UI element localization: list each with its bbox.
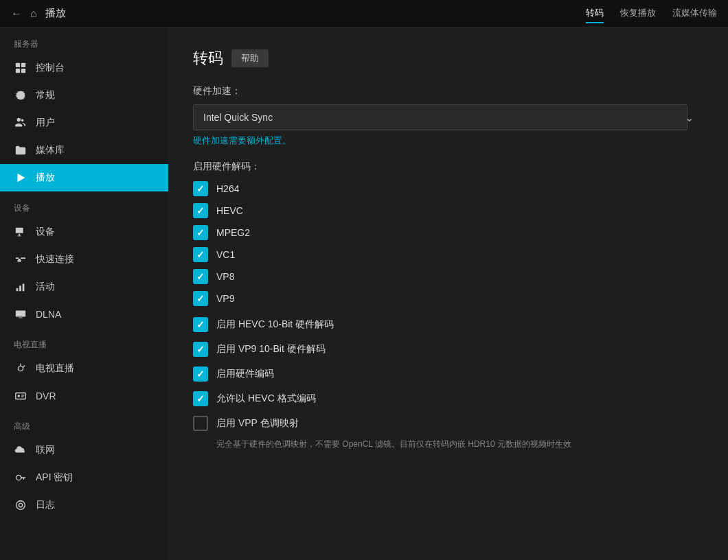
sidebar-item-users[interactable]: 用户: [0, 109, 168, 137]
extra-checkbox-row-hwencode[interactable]: ✓启用硬件编码: [193, 366, 703, 382]
vpp-note: 完全基于硬件的色调映射，不需要 OpenCL 滤镜。目前仅在转码内嵌 HDR10…: [216, 438, 703, 450]
checkbox-row-vp9[interactable]: ✓VP9: [193, 291, 703, 306]
checkbox-label-vc1: VC1: [216, 249, 235, 260]
extra-checkbox-label-vpp: 启用 VPP 色调映射: [216, 417, 299, 430]
svg-rect-5: [16, 228, 23, 233]
sidebar-item-quickconnect[interactable]: 快速连接: [0, 246, 168, 273]
checkbox-label-vp9: VP9: [216, 293, 234, 304]
sidebar: 服务器控制台常规用户媒体库播放设备设备快速连接活动DLNA电视直播电视直播DVR…: [0, 27, 168, 560]
checkbox-row-mpeg2[interactable]: ✓MPEG2: [193, 225, 703, 240]
checkbox-row-h264[interactable]: ✓H264: [193, 181, 703, 196]
sidebar-item-label-console: 控制台: [36, 62, 65, 74]
checkmark-icon: ✓: [196, 249, 205, 260]
sidebar-item-label-library: 媒体库: [36, 144, 65, 156]
sidebar-item-label-activity: 活动: [36, 281, 55, 293]
extra-checkboxes: ✓启用 HEVC 10-Bit 硬件解码✓启用 VP9 10-Bit 硬件解码✓…: [193, 317, 703, 450]
sidebar-item-activity[interactable]: 活动: [0, 273, 168, 301]
sidebar-item-dlna[interactable]: DLNA: [0, 301, 168, 328]
main-layout: 服务器控制台常规用户媒体库播放设备设备快速连接活动DLNA电视直播电视直播DVR…: [0, 27, 728, 560]
checkbox-label-h264: H264: [216, 183, 239, 194]
sidebar-item-devices[interactable]: 设备: [0, 218, 168, 246]
sidebar-section-label: 电视直播: [0, 328, 168, 355]
svg-rect-8: [16, 288, 19, 292]
checkmark-icon: ✓: [196, 227, 205, 238]
hw-accel-note[interactable]: 硬件加速需要额外配置。: [193, 135, 703, 147]
checkbox-vc1[interactable]: ✓: [193, 247, 208, 262]
sidebar-item-library[interactable]: 媒体库: [0, 137, 168, 164]
sidebar-item-dvr[interactable]: DVR: [0, 382, 168, 410]
svg-point-13: [18, 366, 23, 371]
extra-checkbox-row-hevcencode[interactable]: ✓允许以 HEVC 格式编码: [193, 391, 703, 406]
dlna-icon: [14, 307, 27, 321]
checkmark-icon: ✓: [196, 271, 205, 282]
svg-point-17: [18, 395, 21, 397]
home-icon[interactable]: ⌂: [30, 8, 37, 20]
users-icon: [14, 116, 27, 130]
help-button[interactable]: 帮助: [231, 49, 269, 67]
checkmark-icon: ✓: [196, 183, 205, 194]
sidebar-item-label-dvr: DVR: [36, 390, 56, 401]
checkmark-icon: ✓: [196, 293, 205, 304]
hw-accel-label: 硬件加速：: [193, 85, 703, 97]
sidebar-item-console[interactable]: 控制台: [0, 54, 168, 82]
header-nav-恢复播放[interactable]: 恢复播放: [620, 4, 656, 23]
checkbox-hevc[interactable]: ✓: [193, 203, 208, 218]
svg-rect-11: [16, 311, 25, 317]
page-header: 转码 帮助: [193, 48, 703, 69]
svg-rect-0: [16, 63, 20, 67]
sidebar-item-networking[interactable]: 联网: [0, 436, 168, 464]
checkmark-icon: ✓: [196, 369, 205, 380]
hw-decode-checkboxes: ✓H264✓HEVC✓MPEG2✓VC1✓VP8✓VP9: [193, 181, 703, 306]
page-title: 转码: [193, 48, 223, 69]
cog-icon: [14, 498, 27, 512]
svg-rect-1: [21, 63, 25, 67]
extra-checkbox-row-vp910bit[interactable]: ✓启用 VP9 10-Bit 硬件解码: [193, 342, 703, 357]
checkmark-icon: ✓: [196, 344, 205, 355]
checkbox-vp9[interactable]: ✓: [193, 291, 208, 306]
sidebar-item-apikey[interactable]: API 密钥: [0, 464, 168, 491]
extra-checkbox-label-hwencode: 启用硬件编码: [216, 368, 274, 380]
folder-icon: [14, 143, 27, 157]
sidebar-item-label-users: 用户: [36, 117, 55, 129]
checkbox-vp910bit[interactable]: ✓: [193, 342, 208, 357]
extra-checkbox-label-vp910bit: 启用 VP9 10-Bit 硬件解码: [216, 343, 326, 355]
sidebar-section-label: 高级: [0, 410, 168, 436]
svg-marker-4: [18, 174, 25, 183]
checkbox-label-vp8: VP8: [216, 271, 234, 282]
extra-checkbox-row-hevc10bit[interactable]: ✓启用 HEVC 10-Bit 硬件解码: [193, 317, 703, 332]
checkbox-hevcencode[interactable]: ✓: [193, 391, 208, 406]
checkbox-vp8[interactable]: ✓: [193, 269, 208, 284]
sidebar-item-label-quickconnect: 快速连接: [36, 253, 74, 266]
checkbox-row-hevc[interactable]: ✓HEVC: [193, 203, 703, 218]
content-area: 转码 帮助 硬件加速： Intel Quick SyncNoneNVENCVAA…: [168, 27, 728, 560]
cloud-icon: [14, 443, 27, 457]
header-title: 播放: [45, 7, 66, 20]
checkmark-icon: ✓: [196, 393, 205, 404]
link-icon: [14, 253, 27, 266]
sidebar-item-playback[interactable]: 播放: [0, 164, 168, 191]
checkbox-hevc10bit[interactable]: ✓: [193, 317, 208, 332]
checkbox-hwencode[interactable]: ✓: [193, 366, 208, 382]
svg-line-15: [23, 366, 25, 368]
checkbox-row-vp8[interactable]: ✓VP8: [193, 269, 703, 284]
play-icon: [14, 171, 27, 185]
sidebar-item-logs[interactable]: 日志: [0, 491, 168, 519]
monitor-icon: [14, 225, 27, 239]
checkmark-icon: ✓: [196, 319, 205, 330]
sidebar-item-livetv[interactable]: 电视直播: [0, 355, 168, 382]
checkbox-vpp[interactable]: [193, 416, 208, 431]
extra-checkbox-row-vpp[interactable]: 启用 VPP 色调映射完全基于硬件的色调映射，不需要 OpenCL 滤镜。目前仅…: [193, 416, 703, 450]
chart-icon: [14, 280, 27, 294]
checkmark-icon: ✓: [196, 205, 205, 216]
checkbox-row-vc1[interactable]: ✓VC1: [193, 247, 703, 262]
header-nav-流媒体传输[interactable]: 流媒体传输: [672, 4, 717, 23]
header-left: ← ⌂ 播放: [11, 7, 586, 20]
extra-checkbox-label-hevcencode: 允许以 HEVC 格式编码: [216, 393, 316, 405]
header-nav-转码[interactable]: 转码: [586, 4, 604, 23]
checkbox-h264[interactable]: ✓: [193, 181, 208, 196]
svg-rect-12: [19, 318, 22, 318]
back-icon[interactable]: ←: [11, 8, 22, 20]
checkbox-mpeg2[interactable]: ✓: [193, 225, 208, 240]
sidebar-item-general[interactable]: 常规: [0, 82, 168, 109]
hw-accel-select[interactable]: Intel Quick SyncNoneNVENCVAAPIVideoToolb…: [193, 104, 687, 130]
